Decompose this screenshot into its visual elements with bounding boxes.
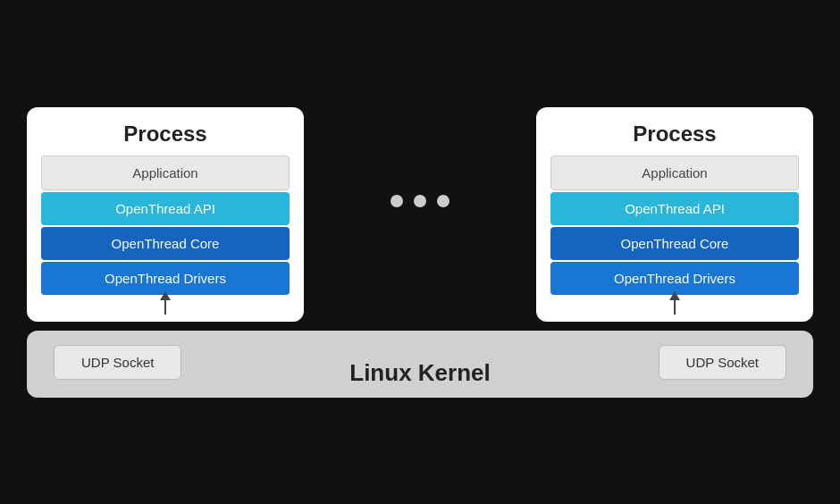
process-box-left: Process Application OpenThread API OpenT… — [27, 107, 304, 322]
dot-1 — [391, 195, 403, 207]
arrow-up-right — [669, 291, 680, 315]
arrow-up-left — [160, 291, 171, 315]
layer-drivers-left: OpenThread Drivers — [41, 262, 290, 295]
linux-kernel-section: UDP Socket Linux Kernel UDP Socket — [27, 331, 813, 398]
process-box-right: Process Application OpenThread API OpenT… — [536, 107, 813, 322]
dot-2 — [414, 195, 426, 207]
layer-api-right: OpenThread API — [550, 192, 799, 225]
layer-core-right: OpenThread Core — [550, 227, 799, 260]
process-title-right: Process — [633, 122, 716, 147]
arrow-head-right — [669, 291, 680, 300]
layer-application-left: Application — [41, 155, 290, 190]
layer-api-left: OpenThread API — [41, 192, 290, 225]
ellipsis-section — [304, 195, 536, 234]
layer-application-right: Application — [550, 155, 799, 190]
arrow-line-right — [674, 300, 676, 315]
layer-drivers-right: OpenThread Drivers — [550, 262, 799, 295]
udp-socket-left: UDP Socket — [54, 345, 181, 380]
arrow-line-left — [164, 300, 166, 315]
top-wrapper: Process Application OpenThread API OpenT… — [27, 107, 813, 322]
layer-core-left: OpenThread Core — [41, 227, 290, 260]
diagram: Process Application OpenThread API OpenT… — [18, 11, 822, 493]
process-title-left: Process — [123, 122, 206, 147]
udp-socket-right: UDP Socket — [659, 345, 786, 380]
kernel-title: Linux Kernel — [349, 359, 490, 387]
layer-stack-left: Application OpenThread API OpenThread Co… — [41, 155, 290, 295]
arrow-head-left — [160, 291, 171, 300]
dot-3 — [437, 195, 449, 207]
layer-stack-right: Application OpenThread API OpenThread Co… — [550, 155, 799, 295]
